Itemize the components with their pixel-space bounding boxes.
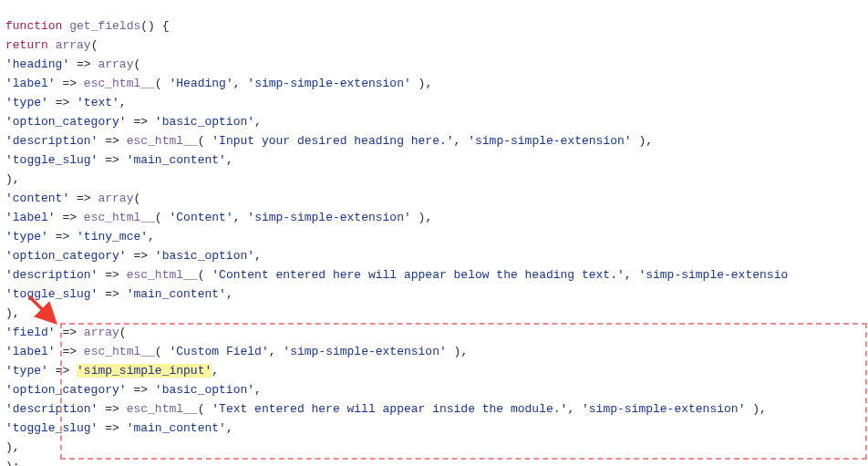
fn-get-fields: get_fields xyxy=(69,19,140,33)
code-block: function get_fields() { return array( 'h… xyxy=(5,16,868,466)
close-paren: ) xyxy=(148,19,155,33)
str-simp-simple-input-highlighted: 'simp_simple_input' xyxy=(77,364,212,378)
fn-esc-html: esc_html__ xyxy=(84,77,155,90)
fn-array: array xyxy=(98,57,133,71)
keyword-function: function xyxy=(5,19,62,33)
key-description: 'description' xyxy=(5,134,98,148)
key-heading: 'heading' xyxy=(5,57,69,71)
open-brace: { xyxy=(162,19,170,33)
str-heading-desc: 'Input your desired heading here.' xyxy=(212,134,453,148)
str-content-desc: 'Content entered here will appear below … xyxy=(212,268,624,282)
str-field-desc: 'Text entered here will appear inside th… xyxy=(212,402,567,416)
key-type: 'type' xyxy=(5,96,48,109)
key-option-category: 'option_category' xyxy=(5,115,127,129)
open-paren: ( xyxy=(140,19,148,33)
key-toggle-slug: 'toggle_slug' xyxy=(5,153,98,167)
str-text: 'text' xyxy=(77,96,119,109)
keyword-return: return xyxy=(5,38,48,52)
key-label: 'label' xyxy=(5,77,56,90)
key-content: 'content' xyxy=(5,192,69,205)
key-field: 'field' xyxy=(5,326,56,339)
str-content: 'Content' xyxy=(169,211,232,224)
str-custom-field: 'Custom Field' xyxy=(169,345,268,358)
fn-array: array xyxy=(56,38,91,52)
arrow-op: => xyxy=(77,57,91,71)
str-heading: 'Heading' xyxy=(169,77,232,90)
str-tiny-mce: 'tiny_mce' xyxy=(77,230,148,243)
str-main-content: 'main_content' xyxy=(127,153,226,167)
array-close: ); xyxy=(5,460,20,466)
str-basic-option: 'basic_option' xyxy=(155,115,254,129)
str-domain: 'simp-simple-extension' xyxy=(247,77,410,90)
